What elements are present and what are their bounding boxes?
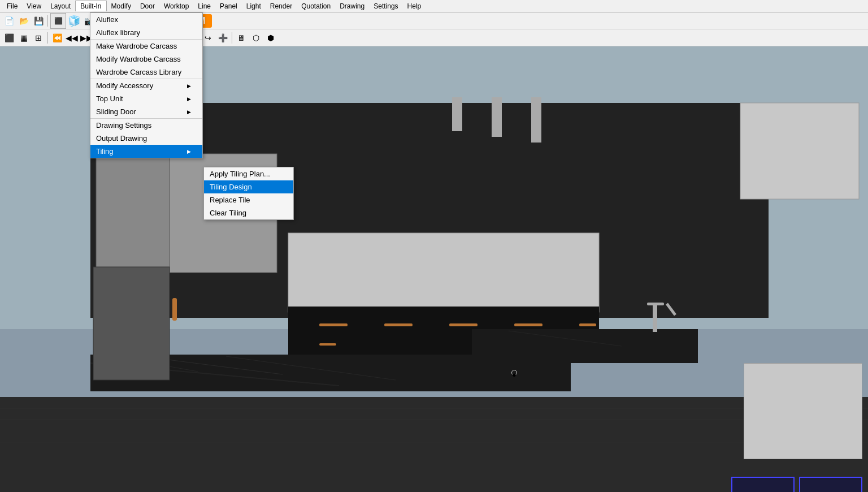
menu-modify[interactable]: Modify — [107, 1, 136, 11]
svg-rect-23 — [93, 267, 170, 380]
menu-item-sliding-door[interactable]: Sliding Door ▶ — [90, 105, 202, 118]
svg-rect-8 — [288, 233, 599, 312]
toolbar-play-back[interactable]: ⏪ — [50, 31, 64, 45]
sep4 — [47, 32, 48, 44]
svg-rect-20 — [319, 343, 336, 346]
svg-rect-3 — [452, 97, 462, 131]
toolbar-3d-box[interactable]: ⬛ — [50, 13, 66, 29]
toolbar-floor[interactable]: ▦ — [17, 31, 31, 45]
menu-item-apply-tiling-plan[interactable]: Apply Tiling Plan... — [204, 167, 293, 180]
svg-rect-4 — [492, 97, 502, 137]
menu-file[interactable]: File — [2, 1, 22, 11]
menu-item-clear-tiling[interactable]: Clear Tiling — [204, 206, 293, 219]
menu-item-aluflex-library[interactable]: Aluflex library — [90, 26, 202, 39]
menu-layout[interactable]: Layout — [46, 1, 75, 11]
svg-rect-25 — [172, 298, 177, 321]
svg-rect-44 — [653, 304, 657, 332]
menu-item-make-wardrobe-carcass[interactable]: Make Wardrobe Carcass — [90, 39, 202, 53]
toolbar-display[interactable]: 🖥 — [235, 31, 248, 45]
menu-builtin[interactable]: Built-In — [75, 1, 106, 11]
svg-rect-6 — [96, 148, 170, 273]
svg-rect-19 — [579, 323, 596, 326]
svg-rect-21 — [472, 329, 698, 363]
svg-rect-5 — [531, 97, 541, 143]
toolbar-cube[interactable]: 🧊 — [67, 14, 81, 28]
modify-accessory-arrow: ▶ — [187, 83, 191, 89]
menu-item-replace-tile[interactable]: Replace Tile — [204, 193, 293, 206]
menu-worktop[interactable]: Worktop — [159, 1, 193, 11]
tiling-submenu: Apply Tiling Plan... Tiling Design Repla… — [203, 167, 294, 220]
svg-rect-45 — [647, 303, 664, 305]
menu-line[interactable]: Line — [193, 1, 215, 11]
toolbar-save[interactable]: 💾 — [32, 14, 45, 28]
menu-settings[interactable]: Settings — [369, 1, 402, 11]
menu-quotation[interactable]: Quotation — [297, 1, 335, 11]
menu-help[interactable]: Help — [403, 1, 426, 11]
toolbar-select[interactable]: ⬛ — [2, 31, 16, 45]
menubar: File View Layout Built-In Modify Door Wo… — [0, 0, 868, 12]
menu-render[interactable]: Render — [266, 1, 297, 11]
menu-item-modify-wardrobe-carcass[interactable]: Modify Wardrobe Carcass — [90, 53, 202, 66]
svg-rect-18 — [514, 323, 542, 326]
menu-view[interactable]: View — [22, 1, 46, 11]
builtin-dropdown-menu: Aluflex Aluflex library Make Wardrobe Ca… — [90, 12, 203, 158]
minimap — [744, 363, 862, 459]
menu-item-wardrobe-carcass-library[interactable]: Wardrobe Carcass Library — [90, 66, 202, 79]
toolbar-grid[interactable]: ⊞ — [32, 31, 45, 45]
menu-light[interactable]: Light — [242, 1, 266, 11]
menu-item-tiling-design[interactable]: Tiling Design — [204, 180, 293, 193]
svg-rect-15 — [319, 323, 348, 326]
toolbar-obj2[interactable]: ⬢ — [264, 31, 277, 45]
svg-rect-52 — [732, 477, 794, 492]
menu-item-tiling[interactable]: Tiling ▶ — [90, 145, 202, 158]
menu-drawing[interactable]: Drawing — [335, 1, 369, 11]
sep6 — [232, 32, 232, 44]
menu-item-aluflex[interactable]: Aluflex — [90, 13, 202, 26]
svg-rect-16 — [384, 323, 413, 326]
top-unit-arrow: ▶ — [187, 96, 191, 102]
toolbar-redo[interactable]: ↪ — [201, 31, 215, 45]
menu-item-drawing-settings[interactable]: Drawing Settings — [90, 118, 202, 132]
menu-item-top-unit[interactable]: Top Unit ▶ — [90, 92, 202, 105]
toolbar-play-back2[interactable]: ◀◀ — [65, 31, 79, 45]
menu-door[interactable]: Door — [136, 1, 159, 11]
toolbar-obj1[interactable]: ⬡ — [249, 31, 263, 45]
tiling-arrow: ▶ — [187, 149, 191, 154]
menu-panel[interactable]: Panel — [215, 1, 242, 11]
toolbar-open[interactable]: 📂 — [17, 14, 31, 28]
svg-rect-53 — [800, 477, 862, 492]
svg-rect-51 — [740, 103, 859, 199]
sep1 — [47, 15, 48, 27]
toolbar-plus[interactable]: ➕ — [216, 31, 229, 45]
sliding-door-arrow: ▶ — [187, 109, 191, 115]
toolbar-new[interactable]: 📄 — [2, 14, 16, 28]
svg-rect-17 — [449, 323, 478, 326]
menu-item-modify-accessory[interactable]: Modify Accessory ▶ — [90, 79, 202, 92]
menu-item-output-drawing[interactable]: Output Drawing — [90, 132, 202, 145]
